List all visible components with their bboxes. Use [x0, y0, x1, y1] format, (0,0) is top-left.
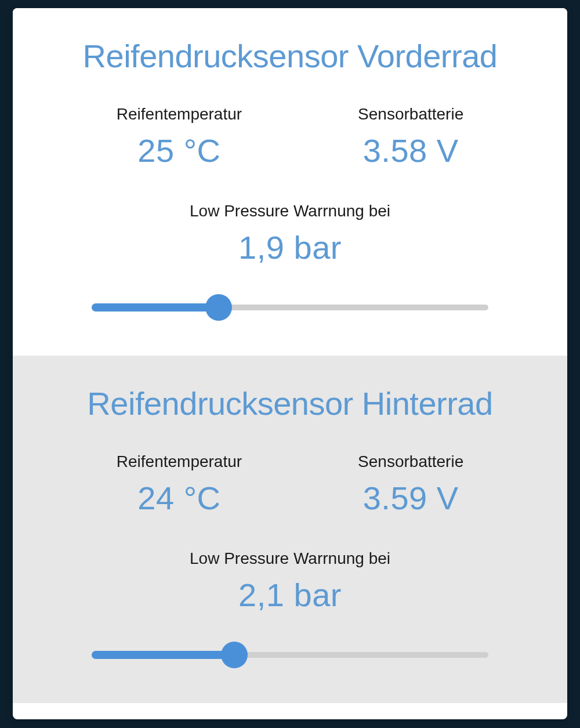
- front-temp-value: 25 °C: [137, 132, 220, 169]
- rear-pressure-slider[interactable]: [92, 642, 488, 668]
- front-panel-title: Reifendrucksensor Vorderrad: [13, 37, 567, 75]
- rear-warn-label: Low Pressure Warrnung bei: [13, 549, 567, 568]
- rear-panel-title: Reifendrucksensor Hinterrad: [13, 385, 567, 422]
- front-wheel-panel: Reifendrucksensor Vorderrad Reifentemper…: [13, 8, 567, 356]
- front-battery-metric: Sensorbatterie 3.58 V: [358, 105, 463, 169]
- rear-metrics-row: Reifentemperatur 24 °C Sensorbatterie 3.…: [13, 452, 567, 517]
- front-battery-label: Sensorbatterie: [358, 105, 463, 124]
- rear-battery-value: 3.59 V: [363, 479, 459, 517]
- rear-temp-metric: Reifentemperatur 24 °C: [117, 452, 242, 517]
- front-warn-label: Low Pressure Warrnung bei: [13, 202, 567, 220]
- slider-thumb[interactable]: [221, 642, 248, 668]
- front-temp-label: Reifentemperatur: [117, 105, 242, 124]
- slider-fill: [92, 651, 234, 659]
- rear-wheel-panel: Reifendrucksensor Hinterrad Reifentemper…: [13, 356, 567, 703]
- rear-battery-metric: Sensorbatterie 3.59 V: [358, 452, 463, 517]
- front-warn-value: 1,9 bar: [13, 229, 567, 266]
- rear-battery-label: Sensorbatterie: [358, 452, 463, 471]
- slider-fill: [92, 303, 219, 312]
- front-temp-metric: Reifentemperatur 25 °C: [117, 105, 242, 169]
- rear-temp-label: Reifentemperatur: [117, 452, 242, 471]
- slider-thumb[interactable]: [205, 294, 232, 321]
- rear-warn-value: 2,1 bar: [13, 576, 567, 614]
- front-battery-value: 3.58 V: [363, 132, 459, 169]
- front-metrics-row: Reifentemperatur 25 °C Sensorbatterie 3.…: [13, 105, 567, 169]
- rear-temp-value: 24 °C: [137, 479, 220, 517]
- front-pressure-slider[interactable]: [92, 294, 488, 321]
- sensor-card: Reifendrucksensor Vorderrad Reifentemper…: [13, 8, 567, 719]
